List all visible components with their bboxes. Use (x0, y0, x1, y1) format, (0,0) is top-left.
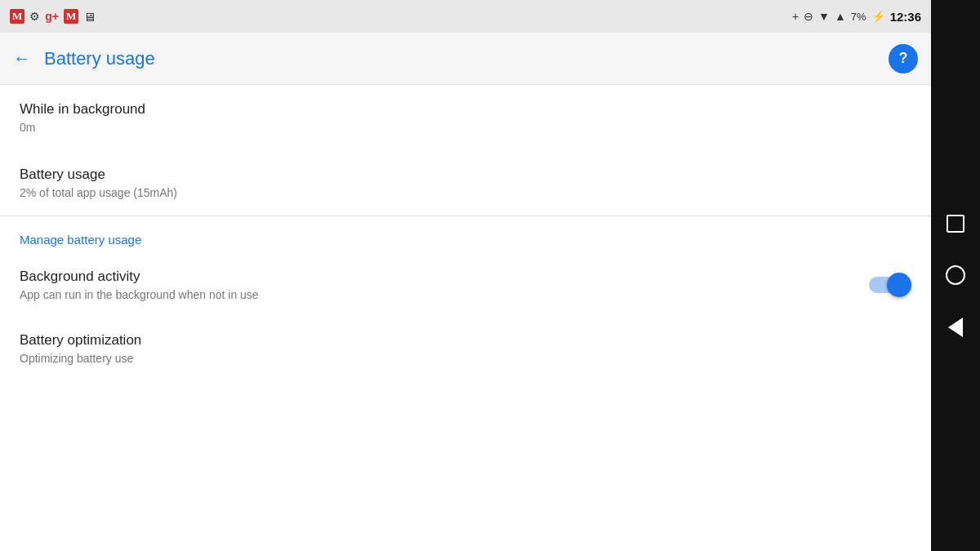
toolbar: ← Battery usage ? (0, 33, 931, 85)
monitor-icon: 🖥 (83, 10, 96, 24)
manage-section-header: Manage battery usage (0, 216, 931, 254)
background-activity-item: Background activity App can run in the b… (0, 254, 931, 316)
content-area: While in background 0m Battery usage 2% … (0, 85, 931, 551)
gmail2-icon: M (64, 9, 78, 24)
nav-sidebar (931, 0, 980, 551)
bluetooth-icon: + (792, 10, 799, 23)
status-bar-left: M ⚙ g+ M 🖥 (10, 9, 96, 24)
battery-usage-item: Battery usage 2% of total app usage (15m… (0, 150, 931, 216)
page-title: Battery usage (44, 48, 155, 69)
help-button[interactable]: ? (889, 44, 918, 73)
battery-optimization-item[interactable]: Battery optimization Optimizing battery … (0, 316, 931, 381)
battery-optimization-subtitle: Optimizing battery use (20, 352, 911, 365)
wifi-icon: ▼ (818, 10, 830, 23)
dnd-icon: ⊖ (804, 10, 813, 23)
status-bar-right: + ⊖ ▼ ▲ 7% ⚡ 12:36 (792, 10, 921, 24)
battery-icon: ⚡ (871, 10, 885, 23)
toggle-thumb (887, 273, 911, 297)
status-time: 12:36 (890, 10, 921, 24)
battery-percent: 7% (851, 11, 866, 23)
background-activity-title: Background activity (20, 269, 869, 285)
back-button[interactable]: ← (13, 50, 31, 68)
home-icon (946, 265, 965, 285)
toolbar-left: ← Battery usage (13, 48, 155, 69)
battery-usage-value: 2% of total app usage (15mAh) (20, 186, 911, 199)
gplus-icon: g+ (45, 10, 59, 23)
android-screen: M ⚙ g+ M 🖥 + ⊖ ▼ ▲ 7% ⚡ 12:36 ← Battery … (0, 0, 931, 551)
battery-usage-title: Battery usage (20, 167, 911, 183)
background-time-value: 0m (20, 121, 911, 134)
recents-button[interactable] (947, 215, 964, 233)
background-activity-subtitle: App can run in the background when not i… (20, 288, 869, 301)
manage-section-label[interactable]: Manage battery usage (20, 233, 141, 247)
battery-optimization-title: Battery optimization (20, 332, 911, 349)
status-bar: M ⚙ g+ M 🖥 + ⊖ ▼ ▲ 7% ⚡ 12:36 (0, 0, 931, 33)
background-time-item: While in background 0m (0, 85, 931, 150)
signal-icon: ▲ (835, 10, 846, 23)
recents-icon (947, 215, 964, 233)
background-activity-text: Background activity App can run in the b… (20, 269, 869, 301)
gmail-icon: M (10, 9, 24, 24)
background-activity-toggle[interactable] (869, 273, 911, 297)
back-nav-button[interactable] (948, 318, 963, 337)
background-time-title: While in background (20, 101, 911, 118)
settings-icon: ⚙ (29, 10, 40, 23)
back-nav-icon (948, 318, 963, 337)
home-button[interactable] (946, 265, 965, 285)
